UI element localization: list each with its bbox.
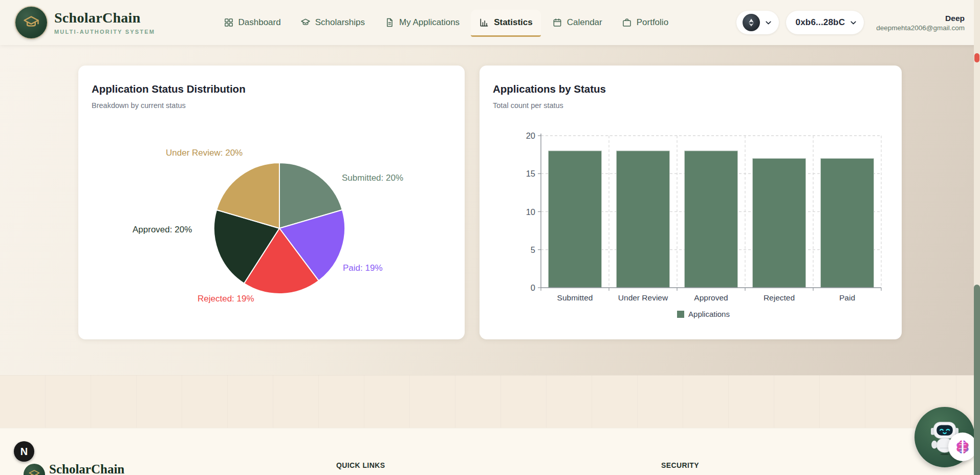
pie-chart-card: Application Status Distribution Breakdow… xyxy=(78,66,465,339)
page-band xyxy=(0,375,980,428)
ethereum-icon xyxy=(743,14,760,31)
nav-item-statistics[interactable]: Statistics xyxy=(471,10,541,37)
navbar: ScholarChain MULTI-AUTHORITY SYSTEM Dash… xyxy=(0,0,980,45)
svg-text:Approved: Approved xyxy=(694,293,728,302)
svg-text:15: 15 xyxy=(526,169,535,178)
svg-text:0: 0 xyxy=(531,283,535,292)
scrollbar-thumb-top[interactable] xyxy=(974,53,979,62)
nav-right-controls: 0xb6...28bC Deep deepmehta2006@gmail.com xyxy=(736,11,965,34)
main-nav: Dashboard Scholarships My Applications S… xyxy=(155,10,736,37)
footer-logo xyxy=(24,464,45,475)
document-icon xyxy=(384,17,395,28)
graduation-cap-icon xyxy=(300,17,311,28)
chatbot-button[interactable] xyxy=(914,407,975,467)
card-title: Applications by Status xyxy=(493,83,606,95)
nav-label: Statistics xyxy=(494,17,533,28)
calendar-icon xyxy=(552,17,562,28)
nav-item-portfolio[interactable]: Portfolio xyxy=(614,10,677,37)
chevron-down-icon xyxy=(849,18,858,27)
grid-icon xyxy=(224,17,234,28)
wallet-address-button[interactable]: 0xb6...28bC xyxy=(786,11,864,34)
pie-label-rejected: Rejected: 19% xyxy=(198,294,254,304)
brand-logo[interactable]: ScholarChain MULTI-AUTHORITY SYSTEM xyxy=(15,7,155,38)
footer-heading-security: SECURITY xyxy=(661,461,699,469)
brand-name: ScholarChain xyxy=(54,10,155,26)
ai-brain-badge[interactable] xyxy=(948,433,977,461)
nav-label: Dashboard xyxy=(238,17,281,28)
pie-label-submitted: Submitted: 20% xyxy=(342,173,403,183)
legend-label: Applications xyxy=(688,310,730,318)
chart-legend: Applications xyxy=(526,310,881,318)
svg-text:Rejected: Rejected xyxy=(764,293,795,302)
footer-brand-name: ScholarChain xyxy=(49,462,124,475)
bar-chart: 05101520SubmittedUnder ReviewApprovedRej… xyxy=(495,132,889,306)
graduation-cap-icon xyxy=(28,468,40,475)
nav-label: Portfolio xyxy=(637,17,668,28)
nav-item-calendar[interactable]: Calendar xyxy=(544,10,611,37)
svg-text:5: 5 xyxy=(531,245,535,254)
nav-label: Scholarships xyxy=(315,17,365,28)
graduation-cap-logo xyxy=(15,7,47,38)
brand-text: ScholarChain MULTI-AUTHORITY SYSTEM xyxy=(54,10,155,35)
card-subtitle: Total count per status xyxy=(493,101,563,110)
scrollbar-track[interactable] xyxy=(974,0,980,475)
pie-label-approved: Approved: 20% xyxy=(133,225,192,235)
nav-item-dashboard[interactable]: Dashboard xyxy=(215,10,289,37)
pie-label-paid: Paid: 19% xyxy=(343,263,383,273)
pie-chart xyxy=(213,162,346,295)
chevron-down-icon xyxy=(764,18,773,27)
bar-chart-card: Applications by Status Total count per s… xyxy=(480,66,902,339)
card-subtitle: Breakdown by current status xyxy=(92,101,186,110)
legend-swatch xyxy=(677,311,684,318)
nav-label: My Applications xyxy=(399,17,460,28)
brain-icon xyxy=(954,438,971,456)
nav-item-scholarships[interactable]: Scholarships xyxy=(292,10,373,37)
nav-item-my-applications[interactable]: My Applications xyxy=(376,10,468,37)
brand-tagline: MULTI-AUTHORITY SYSTEM xyxy=(54,29,155,35)
briefcase-icon xyxy=(622,17,632,28)
svg-text:Paid: Paid xyxy=(839,293,855,302)
footer: N ScholarChain QUICK LINKS SECURITY xyxy=(0,428,980,475)
footer-heading-quick-links: QUICK LINKS xyxy=(336,461,385,469)
svg-text:Submitted: Submitted xyxy=(557,293,593,302)
user-info[interactable]: Deep deepmehta2006@gmail.com xyxy=(876,14,965,32)
svg-text:10: 10 xyxy=(526,207,535,217)
nav-label: Calendar xyxy=(567,17,602,28)
nextjs-badge[interactable]: N xyxy=(14,441,34,462)
bar-chart-icon xyxy=(479,17,489,28)
card-title: Application Status Distribution xyxy=(92,83,246,95)
pie-label-under-review: Under Review: 20% xyxy=(166,148,243,158)
graduation-cap-icon xyxy=(23,14,40,31)
svg-text:Under Review: Under Review xyxy=(618,293,668,302)
svg-text:20: 20 xyxy=(526,132,535,140)
user-name: Deep xyxy=(876,14,965,23)
user-email: deepmehta2006@gmail.com xyxy=(876,24,965,32)
network-selector[interactable] xyxy=(736,11,779,34)
wallet-address: 0xb6...28bC xyxy=(792,17,845,28)
scrollbar-thumb[interactable] xyxy=(974,285,980,475)
